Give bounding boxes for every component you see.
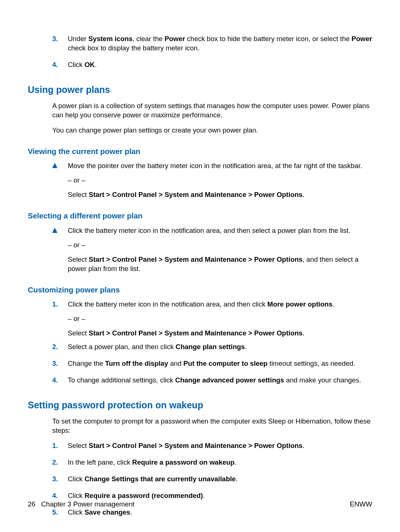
text: . xyxy=(245,343,247,351)
text: . xyxy=(303,442,304,449)
bold-text: Power xyxy=(351,35,372,43)
step-1: 1. Select Start > Control Panel > System… xyxy=(52,441,372,451)
text: . xyxy=(303,329,304,337)
text: timeout settings, as needed. xyxy=(267,359,355,367)
step-body: Move the pointer over the battery meter … xyxy=(68,161,372,200)
bold-text: Save changes xyxy=(84,508,130,516)
text-line: Select Start > Control Panel > System an… xyxy=(68,255,372,274)
text: Click xyxy=(68,475,84,483)
step-number: 3. xyxy=(52,34,68,53)
step-body: Click Require a password (recommended). xyxy=(68,491,372,501)
text: In the left pane, click xyxy=(68,458,132,466)
bold-text: Require a password on wakeup xyxy=(132,458,235,466)
using-body: A power plan is a collection of system s… xyxy=(52,101,372,135)
bold-text: Turn off the display xyxy=(105,359,168,367)
bold-text: Start > Control Panel > System and Maint… xyxy=(89,329,303,337)
bold-text: Put the computer to sleep xyxy=(183,359,267,367)
text: and xyxy=(168,359,183,367)
step-4: 4. Click OK. xyxy=(52,60,372,70)
step-number: 3. xyxy=(52,359,68,368)
selecting-steps: Click the battery meter icon in the noti… xyxy=(52,226,372,274)
text: Select a power plan, and then click xyxy=(68,343,176,351)
bold-text: More power options xyxy=(267,300,333,308)
bold-text: Change Settings that are currently unava… xyxy=(84,475,236,483)
text: check box to hide the battery meter icon… xyxy=(185,35,351,43)
page-footer: 26 Chapter 3 Power management ENWW xyxy=(28,500,372,509)
step-number: 2. xyxy=(52,458,68,467)
text: Click xyxy=(68,61,84,68)
paragraph: To set the computer to prompt for a pass… xyxy=(52,417,372,435)
page-number: 26 xyxy=(28,500,36,508)
bold-text: Power xyxy=(164,35,185,43)
step-5: 5. Click Save changes. xyxy=(52,508,372,517)
heading-using-power-plans: Using power plans xyxy=(28,84,372,96)
text: , clear the xyxy=(133,35,164,43)
text: Click the battery meter icon in the noti… xyxy=(68,226,372,235)
bold-text: Change advanced power settings xyxy=(175,376,284,384)
intro-step-list: 3. Under System icons, clear the Power c… xyxy=(52,34,372,70)
or-separator: – or – xyxy=(68,176,372,185)
or-separator: – or – xyxy=(68,314,372,324)
step-4: 4. Click Require a password (recommended… xyxy=(52,491,372,501)
heading-setting-password-protection: Setting password protection on wakeup xyxy=(28,399,372,412)
bold-text: System icons xyxy=(89,35,133,43)
step-number: 4. xyxy=(52,376,68,385)
step-body: In the left pane, click Require a passwo… xyxy=(68,458,372,467)
bold-text: Start > Control Panel > System and Maint… xyxy=(89,442,303,449)
step-number: 1. xyxy=(52,441,68,451)
step-number: 2. xyxy=(52,342,68,352)
viewing-steps: Move the pointer over the battery meter … xyxy=(52,161,372,200)
text: Click xyxy=(68,508,84,516)
step-body: Click Save changes. xyxy=(68,508,372,517)
step-number: 3. xyxy=(52,475,68,484)
text: . xyxy=(234,458,236,466)
bold-text: Start > Control Panel > System and Maint… xyxy=(89,191,303,198)
bold-text: Change plan settings xyxy=(176,343,245,351)
step-1: 1. Click the battery meter icon in the n… xyxy=(52,300,372,338)
text: check box to display the battery meter i… xyxy=(68,44,200,52)
step-body: Click the battery meter icon in the noti… xyxy=(68,226,372,274)
bold-text: Start > Control Panel > System and Maint… xyxy=(89,255,303,263)
heading-selecting-different-plan: Selecting a different power plan xyxy=(28,211,372,221)
text: Select xyxy=(68,255,89,263)
text: . xyxy=(333,300,334,308)
triangle-step: Click the battery meter icon in the noti… xyxy=(52,226,372,274)
paragraph: You can change power plan settings or cr… xyxy=(52,126,372,135)
step-body: Click Change Settings that are currently… xyxy=(68,475,372,484)
footer-right: ENWW xyxy=(350,500,372,509)
triangle-icon xyxy=(52,161,68,200)
step-number: 4. xyxy=(52,60,68,70)
text: Move the pointer over the battery meter … xyxy=(68,161,372,171)
step-2: 2. Select a power plan, and then click C… xyxy=(52,342,372,352)
step-3: 3. Under System icons, clear the Power c… xyxy=(52,34,372,53)
password-intro-block: To set the computer to prompt for a pass… xyxy=(52,417,372,435)
step-body: To change additional settings, click Cha… xyxy=(68,376,372,385)
step-body: Change the Turn off the display and Put … xyxy=(68,359,372,368)
text-line: Select Start > Control Panel > System an… xyxy=(68,329,372,338)
bold-text: Require a password (recommended) xyxy=(84,492,203,499)
text: To change additional settings, click xyxy=(68,376,175,384)
step-3: 3. Change the Turn off the display and P… xyxy=(52,359,372,368)
customizing-step-list: 1. Click the battery meter icon in the n… xyxy=(52,300,372,385)
step-body: Select Start > Control Panel > System an… xyxy=(68,441,372,451)
text: and make your changes. xyxy=(284,376,361,384)
step-4: 4. To change additional settings, click … xyxy=(52,376,372,385)
text: Select xyxy=(68,191,89,198)
step-body: Select a power plan, and then click Chan… xyxy=(68,342,372,352)
bold-text: OK xyxy=(84,61,95,68)
text: Select xyxy=(68,442,89,449)
or-separator: – or – xyxy=(68,241,372,250)
triangle-icon xyxy=(52,226,68,274)
text: . xyxy=(95,61,97,68)
triangle-step: Move the pointer over the battery meter … xyxy=(52,161,372,200)
heading-customizing-power-plans: Customizing power plans xyxy=(28,285,372,295)
text: . xyxy=(236,475,237,483)
chapter-label: Chapter 3 Power management xyxy=(41,500,134,508)
step-number: 1. xyxy=(52,300,68,338)
paragraph: A power plan is a collection of system s… xyxy=(52,101,372,120)
step-body: Under System icons, clear the Power chec… xyxy=(68,34,372,53)
text: Change the xyxy=(68,359,105,367)
document-page: 3. Under System icons, clear the Power c… xyxy=(0,0,400,532)
step-3: 3. Click Change Settings that are curren… xyxy=(52,475,372,484)
step-body: Click the battery meter icon in the noti… xyxy=(68,300,372,338)
